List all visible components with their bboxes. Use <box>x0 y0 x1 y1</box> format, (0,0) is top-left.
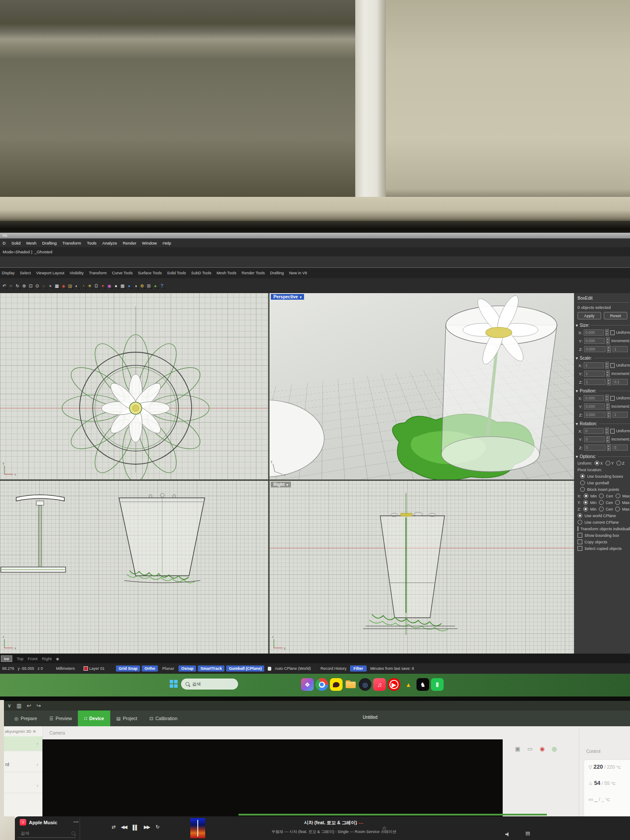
spinner[interactable] <box>607 444 611 451</box>
uniform-radio[interactable] <box>606 461 610 466</box>
menu-item[interactable]: Transform <box>63 241 81 245</box>
uniform-checkbox[interactable] <box>610 330 615 335</box>
rhino-command-line-2[interactable] <box>0 256 630 268</box>
option-checkbox[interactable] <box>578 546 582 551</box>
taskbar-icon[interactable]: ❖ <box>301 678 314 691</box>
spinner[interactable] <box>607 346 611 353</box>
printer-toolbar-icon[interactable]: ∨ <box>7 703 11 709</box>
spinner[interactable] <box>605 362 609 369</box>
more-menu-icon[interactable]: ••• <box>74 820 79 824</box>
playback-control-icon[interactable]: ▶▶ <box>144 824 150 830</box>
toolbar-icon[interactable]: ▨ <box>67 283 73 289</box>
rhino-command-line[interactable]: Mode=Shaded |: _Ghosted <box>0 247 630 256</box>
max-radio[interactable] <box>615 507 620 511</box>
taskbar-icon[interactable] <box>315 678 328 691</box>
printer-device-name[interactable]: akyungmin 3D ≋ <box>4 726 42 736</box>
toolbar-tab[interactable]: Transform <box>89 271 107 275</box>
spinner[interactable] <box>606 370 610 377</box>
toolbar-tab[interactable]: New in V8 <box>289 271 307 275</box>
viewport-splitter-vertical[interactable] <box>268 293 270 654</box>
playback-control-icon[interactable]: ▌▌ <box>133 825 138 830</box>
toolbar-icon[interactable]: ⚙ <box>139 283 145 289</box>
collapse-chevron-icon[interactable]: ▾ <box>576 356 578 360</box>
z-input[interactable]: 1 <box>584 379 606 385</box>
spinner[interactable] <box>606 436 610 443</box>
taskbar-icon[interactable]: ♞ <box>416 678 429 691</box>
toolbar-icon[interactable]: ◐ <box>74 283 80 289</box>
z-input[interactable]: 0.000 <box>584 412 606 418</box>
max-radio[interactable] <box>615 500 620 505</box>
taskbar-icon[interactable] <box>344 678 357 691</box>
z-input[interactable]: 0 <box>584 444 606 451</box>
playback-control-icon[interactable]: ◀◀ <box>121 824 126 830</box>
uniform-radio[interactable] <box>595 461 599 466</box>
menu-item[interactable]: Analyze <box>102 241 117 245</box>
viewport-splitter-horizontal[interactable] <box>0 480 574 481</box>
toolbar-tab[interactable]: Mesh Tools <box>217 271 236 275</box>
pivot-radio[interactable] <box>580 480 585 485</box>
menu-item[interactable]: Mesh <box>26 241 36 245</box>
track-options-icon[interactable]: ••• <box>359 821 364 825</box>
taskbar-search[interactable]: 검색 <box>181 679 238 690</box>
spinner[interactable] <box>607 378 611 385</box>
x-input[interactable]: 1 <box>584 362 604 368</box>
increment-input[interactable]: 1 <box>612 412 628 418</box>
spinner[interactable] <box>605 427 609 434</box>
camera-action-icon[interactable]: ◎ <box>552 746 556 752</box>
y-input[interactable]: 0 <box>584 436 605 442</box>
taskbar-icon[interactable]: ▲ <box>402 678 415 691</box>
album-art[interactable] <box>190 818 205 838</box>
sidebar-row[interactable]: › <box>4 778 42 793</box>
spinner[interactable] <box>606 337 610 344</box>
toolbar-icon[interactable]: ♥ <box>100 283 106 289</box>
collapse-chevron-icon[interactable]: ▾ <box>576 323 578 328</box>
toolbar-icon[interactable]: ↶ <box>1 283 7 289</box>
spinner[interactable] <box>605 395 609 402</box>
reset-button[interactable]: Reset <box>604 312 627 319</box>
toolbar-icon[interactable]: ⊡ <box>28 283 34 289</box>
toolbar-icon[interactable]: ◉ <box>106 283 112 289</box>
printer-tab[interactable]: ▤Project <box>110 710 144 726</box>
toolbar-tab[interactable]: Drafting <box>270 271 284 275</box>
printer-toolbar-icon[interactable]: ▥ <box>17 703 21 709</box>
toolbar-icon[interactable]: ● <box>113 283 119 289</box>
spinner[interactable] <box>606 403 610 410</box>
toolbar-tab[interactable]: Render Tools <box>242 271 265 275</box>
z-input[interactable]: 0.000 <box>584 346 606 352</box>
x-input[interactable]: 0 <box>584 428 604 434</box>
printer-tab[interactable]: ☰Preview <box>43 710 78 726</box>
filter-toggle[interactable]: Filter <box>350 665 367 672</box>
chevron-down-icon[interactable]: ▾ <box>300 295 301 299</box>
camera-action-icon[interactable]: ▭ <box>527 746 532 752</box>
x-input[interactable]: 0.000 <box>584 329 604 336</box>
toolbar-icon[interactable]: ◔ <box>80 283 86 289</box>
cen-radio[interactable] <box>599 494 604 498</box>
viewport-right[interactable]: y z Right▾ <box>270 481 574 654</box>
cen-radio[interactable] <box>599 500 604 505</box>
collapse-chevron-icon[interactable]: ▾ <box>576 388 578 393</box>
viewport-tab[interactable]: Right <box>42 656 52 661</box>
collapse-chevron-icon[interactable]: ▾ <box>576 421 578 426</box>
menu-item[interactable]: Help <box>162 241 171 245</box>
toolbar-icon[interactable]: ● <box>152 283 158 289</box>
camera-action-icon[interactable]: ▣ <box>515 746 520 752</box>
viewport-tab[interactable]: ive <box>1 655 12 662</box>
queue-icon[interactable]: ▤ <box>525 830 530 836</box>
toolbar-icon[interactable]: ↻ <box>14 283 21 289</box>
min-radio[interactable] <box>583 500 588 505</box>
toolbar-icon[interactable]: ☀ <box>87 283 93 289</box>
pivot-radio[interactable] <box>580 474 585 479</box>
snap-toggle[interactable]: SmartTrack <box>198 665 224 672</box>
toolbar-tab[interactable]: Surface Tools <box>138 271 161 275</box>
camera-action-icon[interactable]: ◉ <box>540 746 545 752</box>
toolbar-icon[interactable]: ◌ <box>41 283 47 289</box>
printer-toolbar-icon[interactable]: ↩ <box>27 703 31 709</box>
toolbar-tab[interactable]: Select <box>20 271 31 275</box>
y-input[interactable]: 0.000 <box>584 338 605 344</box>
taskbar-icon[interactable]: ▶ <box>388 678 400 691</box>
taskbar-icon[interactable]: ◎ <box>359 678 371 691</box>
cplane-radio[interactable] <box>578 520 582 525</box>
pivot-radio[interactable] <box>580 487 585 492</box>
menu-item[interactable]: D <box>3 241 6 245</box>
uniform-radio[interactable] <box>616 461 621 466</box>
